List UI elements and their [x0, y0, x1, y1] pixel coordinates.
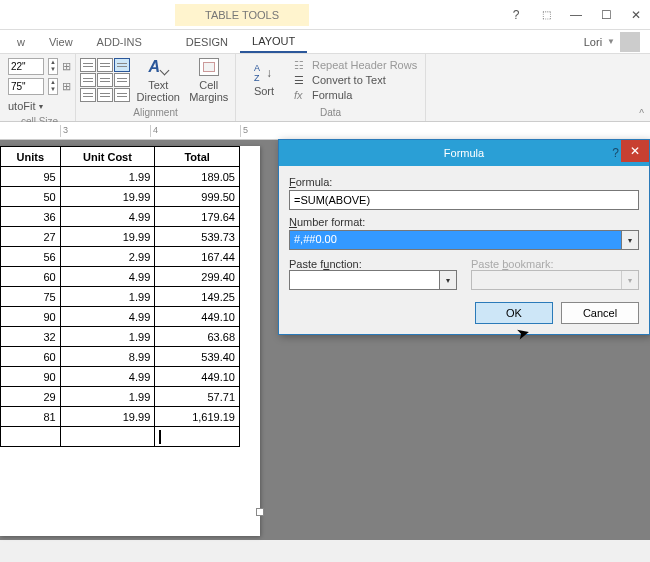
table-cell[interactable]: 4.99: [60, 307, 155, 327]
chevron-down-icon[interactable]: ▾: [439, 271, 456, 289]
table-cell[interactable]: 95: [1, 167, 61, 187]
maximize-icon[interactable]: [592, 5, 620, 25]
table-cell[interactable]: 57.71: [155, 387, 240, 407]
row-height-input[interactable]: [8, 58, 44, 75]
minimize-icon[interactable]: [562, 5, 590, 25]
dialog-title-bar[interactable]: Formula ? ✕: [279, 140, 649, 166]
help-icon[interactable]: [502, 5, 530, 25]
table-cell[interactable]: 999.50: [155, 187, 240, 207]
formula-button[interactable]: fx Formula: [294, 88, 417, 103]
table-cell[interactable]: 56: [1, 247, 61, 267]
col-width-input[interactable]: [8, 78, 44, 95]
table-cell[interactable]: 60: [1, 267, 61, 287]
table-row[interactable]: 2719.99539.73: [1, 227, 240, 247]
table-row[interactable]: 364.99179.64: [1, 207, 240, 227]
tab-design[interactable]: DESIGN: [174, 32, 240, 52]
table-cell[interactable]: 27: [1, 227, 61, 247]
table-cell[interactable]: 19.99: [60, 407, 155, 427]
table-cell[interactable]: 189.05: [155, 167, 240, 187]
table-cell[interactable]: 2.99: [60, 247, 155, 267]
table-cell[interactable]: 75: [1, 287, 61, 307]
dialog-help-icon[interactable]: ?: [612, 146, 619, 160]
paste-bookmark-combo: ▾: [471, 270, 639, 290]
table-cell[interactable]: 179.64: [155, 207, 240, 227]
height-spinner[interactable]: ▲▼: [48, 58, 58, 75]
ruler[interactable]: 3 4 5: [0, 122, 650, 140]
repeat-header-button: ☷ Repeat Header Rows: [294, 58, 417, 73]
table-row[interactable]: 5019.99999.50: [1, 187, 240, 207]
table-cell[interactable]: 36: [1, 207, 61, 227]
table-cell[interactable]: 50: [1, 187, 61, 207]
distribute-rows-icon[interactable]: ⊞: [62, 60, 71, 73]
table-header[interactable]: Total: [155, 147, 240, 167]
table-row[interactable]: 562.99167.44: [1, 247, 240, 267]
table-cell[interactable]: 449.10: [155, 367, 240, 387]
avatar: [620, 32, 640, 52]
close-icon[interactable]: [622, 5, 650, 25]
table-cell[interactable]: 4.99: [60, 367, 155, 387]
table-header[interactable]: Unit Cost: [60, 147, 155, 167]
table-row[interactable]: 904.99449.10: [1, 307, 240, 327]
table-row[interactable]: 608.99539.40: [1, 347, 240, 367]
table-cell[interactable]: 81: [1, 407, 61, 427]
data-group: Z Sort ☷ Repeat Header Rows ☰ Convert to…: [236, 54, 426, 121]
collapse-ribbon-icon[interactable]: ^: [639, 108, 644, 119]
number-format-label: Number format:: [289, 216, 639, 228]
title-bar: TABLE TOOLS: [0, 0, 650, 30]
ok-button[interactable]: OK: [475, 302, 553, 324]
table-cell[interactable]: 29: [1, 387, 61, 407]
formula-input[interactable]: [289, 190, 639, 210]
tab-layout[interactable]: LAYOUT: [240, 31, 307, 53]
table-row[interactable]: 291.9957.71: [1, 387, 240, 407]
table-cell[interactable]: 539.40: [155, 347, 240, 367]
table-cell[interactable]: 1.99: [60, 327, 155, 347]
table-cell[interactable]: 63.68: [155, 327, 240, 347]
table-cell[interactable]: 60: [1, 347, 61, 367]
table-cell[interactable]: 4.99: [60, 267, 155, 287]
user-indicator[interactable]: Lori ▼: [584, 32, 640, 52]
convert-text-button[interactable]: ☰ Convert to Text: [294, 73, 417, 88]
table-cell[interactable]: 1.99: [60, 387, 155, 407]
table-row[interactable]: 751.99149.25: [1, 287, 240, 307]
table-cell[interactable]: 539.73: [155, 227, 240, 247]
number-format-combo[interactable]: #,##0.00 ▾: [289, 230, 639, 250]
width-spinner[interactable]: ▲▼: [48, 78, 58, 95]
chevron-down-icon[interactable]: ▾: [621, 231, 638, 249]
autofit-button[interactable]: utoFit▼: [8, 96, 71, 116]
table-cell[interactable]: 19.99: [60, 227, 155, 247]
table-cell[interactable]: 449.10: [155, 307, 240, 327]
table-cell[interactable]: 149.25: [155, 287, 240, 307]
tab-view[interactable]: View: [37, 32, 85, 52]
table-cell[interactable]: 167.44: [155, 247, 240, 267]
table-cell[interactable]: 1.99: [60, 167, 155, 187]
data-table[interactable]: UnitsUnit CostTotal 951.99189.055019.999…: [0, 146, 240, 447]
alignment-grid[interactable]: [80, 58, 130, 102]
table-row[interactable]: 8119.991,619.19: [1, 407, 240, 427]
table-cell[interactable]: 299.40: [155, 267, 240, 287]
tab-addins[interactable]: ADD-INS: [85, 32, 154, 52]
ribbon-display-icon[interactable]: [532, 5, 560, 25]
cancel-button[interactable]: Cancel: [561, 302, 639, 324]
table-cell[interactable]: 90: [1, 307, 61, 327]
table-row[interactable]: 951.99189.05: [1, 167, 240, 187]
table-cell[interactable]: 32: [1, 327, 61, 347]
dialog-close-button[interactable]: ✕: [621, 140, 649, 162]
table-cell[interactable]: 1,619.19: [155, 407, 240, 427]
table-cell[interactable]: 19.99: [60, 187, 155, 207]
sort-button[interactable]: Z Sort: [240, 56, 288, 104]
table-row[interactable]: 604.99299.40: [1, 267, 240, 287]
tab-review[interactable]: w: [5, 32, 37, 52]
table-row[interactable]: 904.99449.10: [1, 367, 240, 387]
user-name: Lori: [584, 36, 602, 48]
paste-function-combo[interactable]: ▾: [289, 270, 457, 290]
table-cell[interactable]: 1.99: [60, 287, 155, 307]
table-cell[interactable]: 90: [1, 367, 61, 387]
cell-margins-button[interactable]: Cell Margins: [187, 56, 232, 104]
text-direction-button[interactable]: A Text Direction: [136, 56, 181, 104]
table-cell[interactable]: 8.99: [60, 347, 155, 367]
table-row[interactable]: 321.9963.68: [1, 327, 240, 347]
table-header[interactable]: Units: [1, 147, 61, 167]
distribute-cols-icon[interactable]: ⊞: [62, 80, 71, 93]
table-resize-handle[interactable]: [256, 508, 264, 516]
table-cell[interactable]: 4.99: [60, 207, 155, 227]
